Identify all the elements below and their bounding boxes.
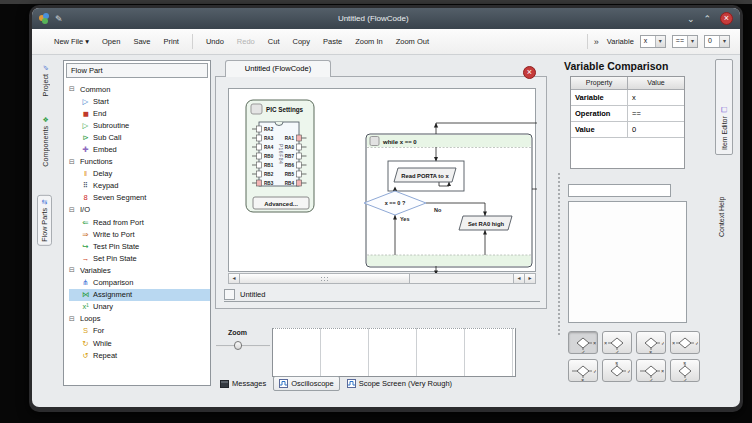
branch-layout-4[interactable]: ×✓ xyxy=(670,331,700,354)
chevron-down-icon[interactable]: ▾ xyxy=(719,36,729,47)
pin-ra0[interactable] xyxy=(297,144,302,150)
tree-item-test-pin-state[interactable]: ↪Test Pin State xyxy=(69,240,210,252)
branch-layout-7[interactable]: ×✓ xyxy=(636,359,666,382)
zoom-in-button[interactable]: Zoom In xyxy=(355,37,383,46)
branch-layout-1[interactable]: ×✓ xyxy=(568,331,598,354)
tree-item-keypad[interactable]: ⠿Keypad xyxy=(69,180,210,192)
pin-rb2[interactable] xyxy=(257,171,262,177)
pin-ra3[interactable] xyxy=(257,135,262,141)
horizontal-scrollbar[interactable]: ◂ ◂ ▸ xyxy=(228,273,536,284)
bottom-tab-messages[interactable]: Messages xyxy=(220,379,266,388)
operation-value-cell[interactable]: == xyxy=(628,106,684,122)
collapse-icon[interactable]: ⊟ xyxy=(69,206,77,214)
tree-item-sub-call[interactable]: ⊳Sub Call xyxy=(69,131,210,143)
close-button[interactable]: × xyxy=(720,12,733,25)
item-list-box[interactable] xyxy=(568,201,687,323)
pic-settings-panel[interactable]: PIC Settings P16F84 RA2RA3RA4RB0RB1RB2RB… xyxy=(246,100,314,212)
paste-button[interactable]: Paste xyxy=(323,37,342,46)
pic-settings-checkbox[interactable] xyxy=(251,104,262,114)
chevron-down-icon[interactable]: ▾ xyxy=(687,36,697,47)
collapse-icon[interactable]: ⊟ xyxy=(69,85,77,93)
minimize-button[interactable]: ⌄ xyxy=(687,14,695,24)
sidebar-tab-project[interactable]: Project✎ xyxy=(39,60,52,99)
bottom-tab-oscilloscope[interactable]: Oscilloscope xyxy=(273,376,340,391)
tree-item-write-to-port[interactable]: ⇒Write to Port xyxy=(69,228,210,240)
collapse-icon[interactable]: ⊟ xyxy=(69,266,77,274)
tree-item-delay[interactable]: ‖Delay xyxy=(69,168,210,180)
new-file-button[interactable]: New File ▾ xyxy=(54,37,89,46)
scroll-left-icon[interactable]: ◂ xyxy=(513,274,524,283)
collapse-icon[interactable]: ⊟ xyxy=(69,158,77,166)
tree-group-i-o[interactable]: ⊟I/O xyxy=(69,204,210,216)
pin-ra4[interactable] xyxy=(257,144,262,150)
branch-layout-5[interactable]: ×✓ xyxy=(568,359,598,382)
tree-group-functions[interactable]: ⊟Functions xyxy=(69,156,210,168)
branch-layout-6[interactable]: ×✓ xyxy=(602,359,632,382)
branch-layout-2[interactable]: ×✓ xyxy=(602,331,632,354)
expression-input[interactable] xyxy=(568,184,671,197)
sidebar-tab-flow-parts[interactable]: Flow Parts⇵ xyxy=(37,195,52,246)
zoom-slider-thumb[interactable] xyxy=(234,341,242,350)
branch-layout-8[interactable]: ×✓ xyxy=(670,359,700,382)
collapse-icon[interactable]: ⊟ xyxy=(69,315,77,323)
pin-rb4[interactable] xyxy=(297,180,302,186)
pin-rb5[interactable] xyxy=(297,171,302,177)
status-checkbox[interactable] xyxy=(224,289,235,300)
tree-group-loops[interactable]: ⊟Loops xyxy=(69,313,210,325)
right-tab-context-help[interactable]: Context Help xyxy=(718,165,725,237)
pin-rb7[interactable] xyxy=(297,153,302,159)
tree-item-assignment[interactable]: ⋈Assignment xyxy=(69,289,210,301)
tree-group-common[interactable]: ⊟Common xyxy=(69,83,210,95)
panel-splitter[interactable] xyxy=(558,173,560,335)
tree-item-repeat[interactable]: ↺Repeat xyxy=(69,349,210,361)
cut-button[interactable]: Cut xyxy=(268,37,280,46)
variable-value-cell[interactable]: x xyxy=(628,90,684,106)
read-porta-shape[interactable]: Read PORTA to x xyxy=(394,168,456,182)
tree-item-unary[interactable]: x¹Unary xyxy=(69,301,210,313)
tree-item-subroutine[interactable]: ▷Subroutine xyxy=(69,119,210,131)
zoom-slider[interactable] xyxy=(216,341,270,351)
maximize-button[interactable]: ⌃ xyxy=(703,14,711,24)
tree-item-comparison[interactable]: ⋔Comparison xyxy=(69,277,210,289)
document-close-button[interactable]: × xyxy=(523,66,536,79)
set-ra0-shape[interactable]: Set RA0 high xyxy=(459,216,512,230)
bottom-tab-scope-screen-very-rough-[interactable]: Scope Screen (Very Rough) xyxy=(347,379,452,388)
chevron-down-icon[interactable]: ▾ xyxy=(655,36,665,47)
document-tab[interactable]: Untitled (FlowCode) xyxy=(225,60,331,77)
zoom-out-button[interactable]: Zoom Out xyxy=(396,37,429,46)
pin-ra1[interactable] xyxy=(297,135,302,141)
tree-item-read-from-port[interactable]: ⇐Read from Port xyxy=(69,216,210,228)
scrollbar-thumb[interactable] xyxy=(240,274,410,283)
pin-rb3[interactable] xyxy=(257,180,262,186)
value-combo[interactable]: 0 ▾ xyxy=(704,35,730,48)
pin-rb0[interactable] xyxy=(257,153,262,159)
flowchart-canvas[interactable]: PIC Settings P16F84 RA2RA3RA4RB0RB1RB2RB… xyxy=(228,88,536,272)
pin-rb6[interactable] xyxy=(297,162,302,168)
tree-item-set-pin-state[interactable]: →Set Pin State xyxy=(69,252,210,264)
pin-rb1[interactable] xyxy=(257,162,262,168)
tree-item-start[interactable]: ▷Start xyxy=(69,95,210,107)
tree-item-end[interactable]: ◼End xyxy=(69,107,210,119)
tree-item-while[interactable]: ↻While xyxy=(69,337,210,349)
open-button[interactable]: Open xyxy=(102,37,120,46)
operation-combo[interactable]: == ▾ xyxy=(672,35,698,48)
tree-group-variables[interactable]: ⊟Variables xyxy=(69,264,210,276)
scroll-left-icon[interactable]: ◂ xyxy=(229,274,240,283)
sidebar-tab-components[interactable]: Components❖ xyxy=(39,112,52,170)
undo-button[interactable]: Undo xyxy=(206,37,224,46)
scroll-right-icon[interactable]: ▸ xyxy=(524,274,535,283)
titlebar[interactable]: ✎ Untitled (FlowCode) ⌄ ⌃ × xyxy=(32,8,740,29)
tree-item-seven-segment[interactable]: 8Seven Segment xyxy=(69,192,210,204)
toolbar-overflow-icon[interactable]: » xyxy=(594,37,599,47)
pin-ra2[interactable] xyxy=(257,126,262,132)
variable-combo[interactable]: x ▾ xyxy=(640,35,666,48)
copy-button[interactable]: Copy xyxy=(292,37,310,46)
save-button[interactable]: Save xyxy=(133,37,150,46)
tree-item-for[interactable]: SFor xyxy=(69,325,210,337)
right-tab-item-editor[interactable]: Item Editor❐ xyxy=(715,59,733,155)
print-button[interactable]: Print xyxy=(164,37,179,46)
value-value-cell[interactable]: 0 xyxy=(628,122,684,138)
branch-layout-3[interactable]: ×✓ xyxy=(636,331,666,354)
tree-item-embed[interactable]: ✚Embed xyxy=(69,143,210,155)
while-checkbox[interactable] xyxy=(370,137,379,146)
